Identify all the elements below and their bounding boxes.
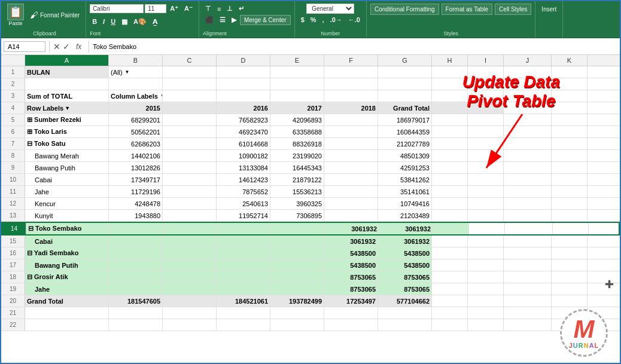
cell-a12[interactable]: Kencur [25, 198, 109, 209]
cell-h5[interactable] [432, 114, 468, 126]
cell-c18[interactable] [163, 271, 217, 283]
cell-c9[interactable] [163, 162, 217, 173]
cell-b21[interactable] [109, 307, 163, 319]
cell-c10[interactable] [163, 174, 217, 185]
font-size-input[interactable] [145, 4, 166, 13]
cell-i9[interactable] [468, 162, 504, 173]
cell-e6[interactable]: 63358688 [270, 126, 324, 137]
cell-g15[interactable]: 3061932 [378, 235, 432, 247]
cell-d9[interactable]: 13133084 [217, 162, 270, 173]
cell-e16[interactable] [270, 247, 324, 259]
cell-e21[interactable] [270, 307, 324, 319]
cell-d21[interactable] [217, 307, 270, 319]
cell-f20[interactable]: 17253497 [324, 295, 378, 307]
cell-k9[interactable] [552, 162, 587, 173]
cell-g16[interactable]: 5438500 [378, 247, 432, 259]
cell-g6[interactable]: 160844359 [378, 126, 432, 137]
row-number[interactable]: 9 [1, 162, 25, 173]
cell-h18[interactable] [432, 271, 468, 283]
cell-f15[interactable]: 3061932 [324, 235, 378, 247]
cell-c16[interactable] [163, 247, 217, 259]
cell-j8[interactable] [504, 150, 552, 161]
col-header-a[interactable]: A [25, 55, 109, 66]
cell-d10[interactable]: 14612423 [217, 174, 270, 185]
cell-b5[interactable]: 68299201 [109, 114, 163, 126]
cell-i3[interactable] [468, 90, 504, 102]
align-top-button[interactable]: ⊤ [203, 4, 214, 14]
cell-j13[interactable] [504, 210, 552, 221]
cell-d1[interactable] [217, 66, 270, 78]
cell-j19[interactable] [504, 283, 552, 295]
cell-a20[interactable]: Grand Total [25, 295, 109, 307]
cell-a1[interactable]: BULAN [25, 66, 109, 78]
align-left-button[interactable]: ⬛ [203, 15, 216, 25]
increase-decimal-button[interactable]: ←.0 [346, 15, 363, 25]
cell-i21[interactable] [468, 307, 504, 319]
cell-k20[interactable] [552, 295, 587, 307]
cell-g13[interactable]: 21203489 [378, 210, 432, 221]
cell-h11[interactable] [432, 186, 468, 197]
cell-h22[interactable] [432, 319, 468, 331]
cell-c22[interactable] [163, 319, 217, 331]
font-color-button[interactable]: A̲ [150, 17, 160, 27]
cell-h8[interactable] [432, 150, 468, 161]
cell-d14[interactable] [218, 223, 272, 234]
cell-d18[interactable] [217, 271, 270, 283]
cell-a3[interactable]: Sum of TOTAL [25, 90, 109, 102]
cell-g21[interactable] [378, 307, 432, 319]
cell-b7[interactable]: 62686203 [109, 138, 163, 149]
cell-j14[interactable] [505, 223, 553, 234]
cell-j20[interactable] [504, 295, 552, 307]
cell-i5[interactable] [468, 114, 504, 126]
cell-a10[interactable]: Cabai [25, 174, 109, 185]
border-button[interactable]: ▦ [119, 17, 130, 27]
col-header-b[interactable]: B [109, 55, 163, 66]
cell-g12[interactable]: 10749416 [378, 198, 432, 209]
cell-j15[interactable] [504, 235, 552, 247]
cell-k16[interactable] [552, 247, 587, 259]
fill-color-button[interactable]: A🎨 [131, 17, 149, 27]
cell-j21[interactable] [504, 307, 552, 319]
col-header-i[interactable]: I [468, 55, 504, 66]
cell-b13[interactable]: 1943880 [109, 210, 163, 221]
cell-e14[interactable] [272, 223, 325, 234]
cell-h6[interactable] [432, 126, 468, 137]
row-number[interactable]: 15 [1, 235, 25, 247]
row-number[interactable]: 14 [2, 223, 26, 234]
cell-g18[interactable]: 8753065 [378, 271, 432, 283]
cell-i14[interactable] [469, 223, 505, 234]
cell-k17[interactable] [552, 259, 587, 271]
cancel-icon[interactable]: ✕ [53, 42, 60, 51]
fx-icon[interactable]: fx [72, 42, 85, 51]
cell-f2[interactable] [324, 78, 378, 90]
cell-k1[interactable] [552, 66, 587, 78]
cell-d13[interactable]: 11952714 [217, 210, 270, 221]
cell-g11[interactable]: 35141061 [378, 186, 432, 197]
cell-b12[interactable]: 4248478 [109, 198, 163, 209]
cell-d20[interactable]: 184521061 [217, 295, 270, 307]
cell-b9[interactable]: 13012826 [109, 162, 163, 173]
cell-h16[interactable] [432, 247, 468, 259]
cell-i7[interactable] [468, 138, 504, 149]
cell-h15[interactable] [432, 235, 468, 247]
cell-i12[interactable] [468, 198, 504, 209]
cell-c4[interactable] [163, 102, 217, 114]
cell-c12[interactable] [163, 198, 217, 209]
cell-f7[interactable] [324, 138, 378, 149]
cell-g2[interactable] [378, 78, 432, 90]
row-number[interactable]: 4 [1, 102, 25, 114]
cell-d3[interactable] [217, 90, 270, 102]
cell-d17[interactable] [217, 259, 270, 271]
cell-b16[interactable] [109, 247, 163, 259]
cell-k2[interactable] [552, 78, 587, 90]
cell-d4[interactable]: 2016 [217, 102, 270, 114]
cell-d16[interactable] [217, 247, 270, 259]
cell-b14[interactable] [110, 223, 164, 234]
cell-d19[interactable] [217, 283, 270, 295]
cell-d7[interactable]: 61014668 [217, 138, 270, 149]
cell-i11[interactable] [468, 186, 504, 197]
cell-a6[interactable]: ⊞ Toko Laris [25, 126, 109, 137]
cell-b15[interactable] [109, 235, 163, 247]
cell-e8[interactable]: 23199020 [270, 150, 324, 161]
cell-styles-button[interactable]: Cell Styles [495, 4, 531, 15]
